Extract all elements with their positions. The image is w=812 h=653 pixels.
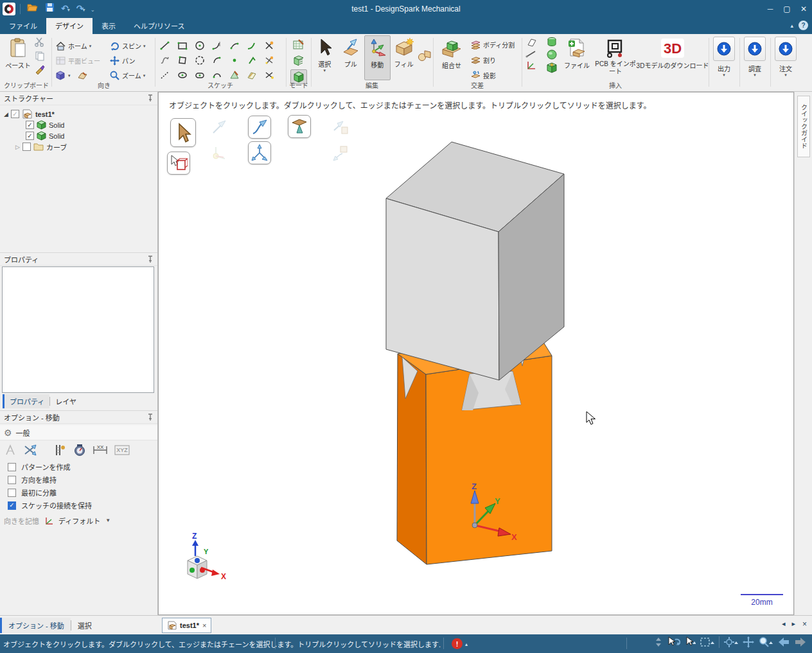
sketch-corner-tool[interactable]: [243, 53, 260, 67]
tab-display[interactable]: 表示: [93, 18, 125, 34]
precision-dial-icon[interactable]: [73, 444, 86, 457]
customize-toolbar-button[interactable]: ⌄: [90, 2, 98, 16]
document-tab-test1[interactable]: test1* ×: [162, 618, 211, 633]
select-previous-icon[interactable]: [666, 636, 680, 648]
section-mode-button[interactable]: [290, 53, 307, 68]
tab-scroll-right-icon[interactable]: ▸: [791, 620, 795, 628]
selection-spinner-icon[interactable]: [655, 636, 662, 648]
save-button[interactable]: [43, 3, 57, 15]
collapse-ribbon-icon[interactable]: ▴: [790, 22, 793, 29]
tab-file[interactable]: ファイル: [0, 18, 46, 34]
quick-guide-tab[interactable]: クイックガイド: [797, 96, 810, 157]
help-icon[interactable]: ?: [799, 21, 808, 30]
options-general-row[interactable]: ⚙ 一般: [0, 425, 157, 440]
sketch-bend-tool[interactable]: [243, 38, 260, 53]
app-logo-icon[interactable]: [3, 3, 15, 15]
solid2-checkbox[interactable]: ✓: [26, 132, 34, 140]
option-keep-sketch-connection[interactable]: ✓ スケッチの接続を保持: [0, 499, 157, 512]
blend-icon[interactable]: [418, 49, 432, 63]
insert-axis-icon[interactable]: [525, 61, 537, 70]
sketch-mode-button[interactable]: [290, 37, 307, 52]
option-detach-first[interactable]: 最初に分離: [0, 486, 157, 499]
tree-item-solid-1[interactable]: ✓ Solid: [4, 119, 67, 130]
alert-expand-icon[interactable]: ▴: [465, 641, 468, 647]
next-view-icon[interactable]: [794, 637, 807, 647]
xyz-icon[interactable]: XYZ: [114, 445, 130, 455]
sketch-rectangle-tool[interactable]: [173, 38, 191, 53]
tab-help-resources[interactable]: ヘルプ/リソース: [125, 18, 194, 34]
format-paint-icon[interactable]: [35, 65, 45, 75]
import-pcb-button[interactable]: PCB をインポート: [595, 35, 636, 80]
close-all-tabs-icon[interactable]: ×: [802, 620, 807, 629]
insert-cylinder-icon[interactable]: [546, 37, 558, 47]
split-body-button[interactable]: ボディ分割: [470, 38, 515, 51]
sketch-construction-circle-tool[interactable]: [191, 53, 208, 67]
orange-solid-left-face[interactable]: [397, 354, 427, 564]
plan-view-button[interactable]: 平面ビュー: [55, 54, 100, 67]
insert-file-button[interactable]: ファイル: [561, 35, 592, 80]
output-button[interactable]: 出力▾: [710, 34, 738, 77]
tab-properties[interactable]: プロパティ: [3, 394, 49, 408]
tab-scroll-left-icon[interactable]: ◂: [782, 620, 786, 628]
tab-layers[interactable]: レイヤ: [50, 394, 82, 408]
sweep-arrows-icon[interactable]: [23, 444, 37, 457]
select-tool-button[interactable]: 選択▾: [312, 35, 337, 80]
minimize-button[interactable]: ─: [762, 0, 779, 18]
pin-icon[interactable]: [147, 94, 154, 102]
angle-option-icon[interactable]: [4, 444, 17, 457]
box-select-icon[interactable]: [700, 636, 715, 648]
sketch-spline-tool[interactable]: [156, 53, 173, 67]
tree-item-solid-2[interactable]: ✓ Solid: [4, 130, 67, 141]
insert-plane-icon[interactable]: [525, 38, 537, 47]
sketch-plane-icon[interactable]: [76, 71, 87, 81]
expander-icon[interactable]: ▷: [15, 144, 20, 150]
sketch-circle-tool[interactable]: [191, 38, 208, 53]
option-maintain-orientation[interactable]: 方向を維持: [0, 473, 157, 486]
order-button[interactable]: 注文▾: [772, 34, 800, 77]
sketch-polygon-tool[interactable]: [173, 53, 191, 67]
copy-icon[interactable]: [35, 51, 45, 61]
open-file-button[interactable]: [25, 3, 40, 15]
select-tool-status-icon[interactable]: [684, 636, 696, 648]
home-view-button[interactable]: ホーム▾: [55, 39, 100, 53]
close-tab-icon[interactable]: ×: [202, 622, 206, 629]
insert-sphere-icon[interactable]: [546, 49, 558, 60]
insert-shell-icon[interactable]: [546, 62, 558, 73]
pan-button[interactable]: パン: [109, 54, 146, 67]
pan-status-icon[interactable]: [743, 636, 754, 648]
tab-options-move[interactable]: オプション - 移動: [0, 618, 71, 633]
solid1-checkbox[interactable]: ✓: [26, 121, 34, 129]
redo-button[interactable]: ↷▾: [75, 2, 87, 17]
sketch-arc-tool[interactable]: [208, 53, 225, 67]
download-3d-model-button[interactable]: 3D 3Dモデルのダウンロード: [639, 35, 707, 80]
pin-icon[interactable]: [147, 414, 154, 421]
paste-button[interactable]: ペースト: [4, 35, 32, 80]
sketch-point-tool[interactable]: [225, 53, 243, 67]
fill-tool-button[interactable]: フィル: [392, 35, 417, 80]
chevron-down-icon[interactable]: ▼: [105, 519, 110, 523]
tree-root-test1[interactable]: ◢ ✓ test1*: [4, 109, 67, 119]
tab-design[interactable]: デザイン: [46, 18, 93, 34]
spin-status-icon[interactable]: [723, 636, 739, 648]
alert-icon[interactable]: !: [452, 638, 463, 649]
dimension-icon[interactable]: XX: [93, 444, 108, 456]
properties-grid[interactable]: [2, 266, 154, 393]
sketch-split-tool[interactable]: [260, 53, 278, 67]
curves-checkbox[interactable]: [22, 143, 31, 151]
sketch-sweep-arc-tool[interactable]: [225, 38, 243, 53]
pull-tool-button[interactable]: プル: [339, 35, 364, 80]
close-button[interactable]: ✕: [795, 0, 812, 18]
maintain-orientation-checkbox[interactable]: [8, 476, 16, 484]
create-pattern-checkbox[interactable]: [8, 463, 16, 471]
orientation-default-dropdown[interactable]: ディフォルト: [58, 516, 100, 526]
maximize-button[interactable]: ▢: [779, 0, 795, 18]
3d-scene[interactable]: Z Y X Z Y X 20mm: [159, 92, 793, 614]
keep-sketch-connection-checkbox[interactable]: ✓: [8, 501, 16, 510]
pin-icon[interactable]: [147, 256, 154, 263]
root-checkbox[interactable]: ✓: [11, 110, 19, 118]
sketch-trim-tool[interactable]: [260, 38, 278, 53]
detach-first-checkbox[interactable]: [8, 489, 16, 497]
sketch-tangent-arc-tool[interactable]: [208, 38, 225, 53]
investigate-button[interactable]: 調査▾: [741, 34, 769, 77]
option-create-pattern[interactable]: パターンを作成: [0, 460, 157, 473]
